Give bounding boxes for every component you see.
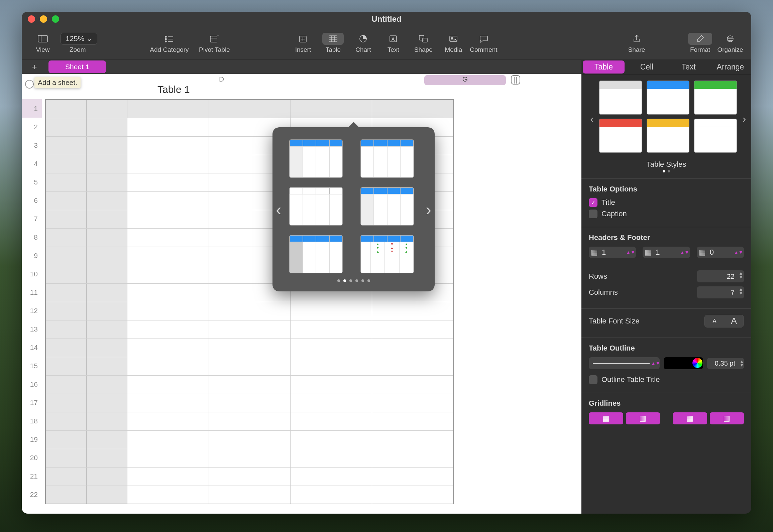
cell[interactable] [372, 320, 453, 339]
cell[interactable] [209, 430, 290, 449]
row-header[interactable]: 6 [22, 191, 42, 210]
row-header[interactable]: 4 [22, 154, 42, 173]
cell[interactable] [372, 467, 453, 486]
col-header-g[interactable]: G [424, 75, 506, 85]
caption-checkbox[interactable] [589, 210, 597, 218]
row-header[interactable]: 7 [22, 210, 42, 228]
row-header[interactable]: 16 [22, 375, 42, 393]
row-header[interactable]: 13 [22, 320, 42, 338]
insert-button[interactable]: Insert [288, 33, 318, 53]
cell[interactable] [372, 357, 453, 375]
cell[interactable] [372, 449, 453, 467]
cell[interactable] [127, 486, 209, 504]
table-style-thumb[interactable] [599, 119, 642, 153]
shape-button[interactable]: Shape [408, 33, 438, 53]
cell[interactable] [372, 394, 453, 412]
cell[interactable] [290, 412, 372, 430]
add-column-handle[interactable]: || [511, 75, 520, 85]
cell[interactable] [45, 339, 86, 357]
cell[interactable] [86, 247, 127, 265]
cell[interactable] [86, 412, 127, 430]
outline-width-input[interactable]: 0.35 pt▲▼ [707, 358, 744, 369]
cell[interactable] [86, 357, 127, 375]
cell[interactable] [127, 136, 209, 155]
cell[interactable] [45, 265, 86, 283]
row-header[interactable]: 21 [22, 467, 42, 485]
table-style-option[interactable] [289, 235, 343, 273]
cell[interactable] [45, 173, 86, 191]
cell[interactable] [86, 118, 127, 136]
chart-button[interactable]: Chart [348, 33, 378, 53]
cell[interactable] [45, 136, 86, 155]
table-button[interactable]: Table [318, 33, 348, 53]
table-style-option[interactable]: ▲▼▲▼▲▼▲▼▲ [360, 235, 414, 273]
table-style-thumb[interactable] [647, 119, 689, 153]
close-window-button[interactable] [28, 15, 35, 23]
cell[interactable] [86, 228, 127, 247]
title-checkbox[interactable]: ✓ [589, 198, 597, 207]
minimize-window-button[interactable] [40, 15, 47, 23]
cell[interactable] [45, 430, 86, 449]
cell[interactable] [45, 320, 86, 339]
sheet-tab[interactable]: Sheet 1 [48, 60, 106, 73]
row-header[interactable]: 2 [22, 118, 42, 136]
organize-button[interactable]: Organize [715, 33, 745, 53]
cell[interactable] [86, 430, 127, 449]
gridlines-v-header-button[interactable]: ▥ [710, 412, 744, 424]
cell[interactable] [45, 357, 86, 375]
cell[interactable] [290, 467, 372, 486]
table-style-option[interactable] [360, 187, 414, 226]
styles-prev-button[interactable]: ‹ [589, 112, 595, 125]
cell[interactable] [45, 375, 86, 394]
row-header[interactable]: 18 [22, 412, 42, 430]
outline-style-select[interactable]: ▲▼ [589, 357, 660, 369]
cell[interactable] [290, 302, 372, 320]
cell[interactable] [127, 155, 209, 173]
table-title[interactable]: Table 1 [157, 84, 190, 95]
cell[interactable] [86, 210, 127, 228]
cell[interactable] [86, 449, 127, 467]
zoom-button[interactable]: 125% ⌄ Zoom [58, 33, 97, 53]
cell[interactable] [209, 375, 290, 394]
cell[interactable] [209, 486, 290, 504]
cell[interactable] [372, 486, 453, 504]
cell[interactable] [86, 394, 127, 412]
cell[interactable] [127, 449, 209, 467]
cell[interactable] [127, 100, 209, 118]
popover-prev-button[interactable]: ‹ [276, 200, 282, 219]
gridlines-v-body-button[interactable]: ▥ [626, 412, 660, 424]
cell[interactable] [127, 191, 209, 210]
row-header[interactable]: 9 [22, 246, 42, 265]
footer-rows-stepper[interactable]: ▦0▲▼ [697, 247, 744, 258]
cell[interactable] [86, 191, 127, 210]
cell[interactable] [86, 100, 127, 118]
cell[interactable] [127, 467, 209, 486]
cell[interactable] [127, 339, 209, 357]
cell[interactable] [86, 339, 127, 357]
gridlines-h-header-button[interactable]: ▦ [673, 412, 707, 424]
cell[interactable] [86, 375, 127, 394]
cell[interactable] [372, 430, 453, 449]
cell[interactable] [127, 265, 209, 283]
cell[interactable] [209, 357, 290, 375]
cell[interactable] [45, 486, 86, 504]
cell[interactable] [372, 302, 453, 320]
text-button[interactable]: A Text [378, 33, 408, 53]
row-header[interactable]: 5 [22, 173, 42, 191]
cell[interactable] [372, 412, 453, 430]
cell[interactable] [127, 210, 209, 228]
cell[interactable] [290, 375, 372, 394]
cell[interactable] [290, 100, 372, 118]
row-header[interactable]: 14 [22, 338, 42, 357]
cell[interactable] [127, 283, 209, 302]
row-header[interactable]: 3 [22, 136, 42, 154]
cell[interactable] [45, 302, 86, 320]
cell[interactable] [45, 247, 86, 265]
cell[interactable] [372, 375, 453, 394]
cell[interactable] [45, 283, 86, 302]
row-header[interactable]: 12 [22, 301, 42, 320]
share-button[interactable]: Share [622, 33, 652, 53]
canvas[interactable]: Table 1 A B D E F G || 12345678910111213… [22, 74, 581, 514]
inspector-tab-arrange[interactable]: Arrange [709, 60, 751, 74]
cell[interactable] [45, 228, 86, 247]
